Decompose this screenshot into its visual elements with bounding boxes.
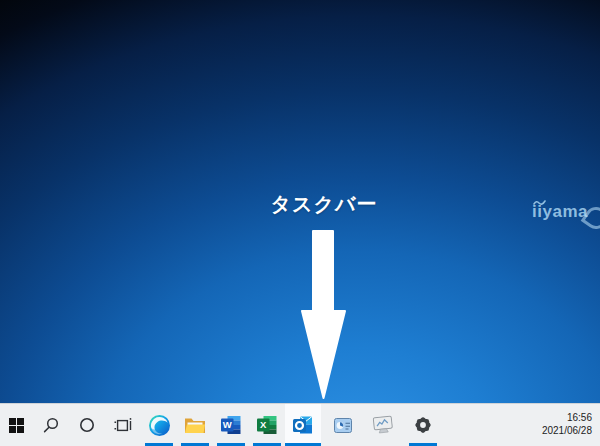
legacy-app-icon	[334, 418, 352, 433]
outlook-icon	[293, 415, 313, 435]
taskbar-annotation-label: タスクバー	[224, 191, 424, 218]
taskbar: W X	[0, 403, 600, 446]
folder-icon	[184, 416, 206, 434]
iiyama-logo-curve-icon	[533, 199, 546, 205]
settings-taskbar-button[interactable]	[405, 404, 441, 446]
file-explorer-taskbar-button[interactable]	[177, 404, 213, 446]
pinned-app-button[interactable]	[325, 404, 361, 446]
word-taskbar-button[interactable]: W	[213, 404, 249, 446]
desktop-background[interactable]: タスクバー iiyama	[0, 0, 600, 446]
taskbar-clock[interactable]: 16:56 2021/06/28	[532, 404, 600, 446]
edge-browser-icon	[149, 415, 170, 436]
task-view-button[interactable]	[105, 404, 141, 446]
search-button[interactable]	[33, 404, 69, 446]
cortana-circle-icon	[79, 417, 95, 433]
task-view-icon	[114, 418, 132, 433]
start-button[interactable]	[0, 404, 33, 446]
outlook-taskbar-button[interactable]	[285, 404, 321, 446]
word-icon: W	[221, 415, 241, 435]
clock-time: 16:56	[567, 411, 592, 424]
windows-logo-icon	[9, 418, 24, 433]
edge-taskbar-button[interactable]	[141, 404, 177, 446]
iiyama-watermark: iiyama	[532, 202, 588, 226]
search-icon	[43, 417, 59, 433]
cortana-button[interactable]	[69, 404, 105, 446]
clock-date: 2021/06/28	[542, 424, 592, 437]
excel-icon: X	[257, 415, 277, 435]
excel-letter: X	[260, 419, 267, 430]
monitor-utility-icon	[372, 415, 394, 435]
word-letter: W	[223, 419, 232, 430]
excel-taskbar-button[interactable]: X	[249, 404, 285, 446]
system-tool-button[interactable]	[365, 404, 401, 446]
down-arrow-annotation	[301, 230, 346, 400]
gear-icon	[413, 415, 433, 435]
